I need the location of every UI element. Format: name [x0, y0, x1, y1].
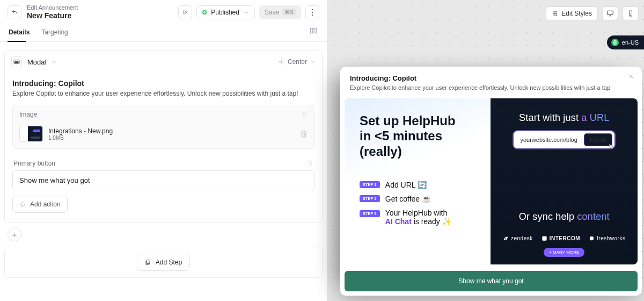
svg-point-23: [555, 11, 557, 12]
hero-right-subtitle: Or sync help content: [519, 211, 610, 223]
edit-styles-button[interactable]: Edit Styles: [546, 6, 598, 20]
layout-toggle-button[interactable]: [308, 25, 319, 37]
layout-columns-icon: [310, 27, 317, 34]
svg-point-20: [311, 164, 312, 166]
freshworks-icon: [589, 235, 595, 241]
mobile-preview-button[interactable]: [623, 6, 639, 20]
preview-cta-button[interactable]: Show me what you got: [345, 271, 638, 291]
add-block-button[interactable]: +: [8, 227, 21, 241]
desktop-preview-button[interactable]: [602, 6, 618, 20]
svg-rect-5: [314, 28, 316, 33]
block-align-label[interactable]: Center: [288, 58, 307, 66]
svg-rect-7: [15, 61, 18, 63]
import-button-mock: Import: [584, 133, 612, 146]
breadcrumb: Edit Announcement: [27, 4, 78, 11]
preview-desc: Explore Copilot to enhance your user exp…: [350, 84, 632, 91]
block-type-label[interactable]: Modal: [27, 58, 46, 66]
hero-step-3: STEP 3 Your HelpHub with AI Chat is read…: [360, 209, 482, 226]
svg-point-1: [312, 9, 313, 10]
svg-point-10: [305, 112, 306, 113]
add-action-button[interactable]: Add action: [12, 196, 68, 213]
logo-freshworks: freshworks: [589, 235, 625, 241]
locale-pill[interactable]: en-US: [607, 35, 644, 49]
add-step-card: Add Step: [4, 247, 323, 278]
pages-icon: [145, 259, 151, 266]
integration-logos: zendesk INTERCOM freshworks: [503, 235, 625, 241]
preview-modal: Introducing: Copilot Explore Copilot to …: [340, 67, 642, 296]
many-more-badge: + MANY MORE: [544, 248, 584, 257]
status-label: Published: [211, 9, 239, 16]
close-icon: [628, 73, 634, 80]
dots-vertical-icon: [311, 9, 313, 16]
primary-button-label: Primary button: [13, 160, 55, 167]
svg-point-15: [309, 161, 310, 162]
image-section: Image Integrations - New.png 1.0MB: [12, 105, 314, 149]
url-input-mock: yourwebsite.com/blog Import: [514, 131, 614, 148]
tab-details[interactable]: Details: [8, 23, 31, 41]
tabs: Details Targeting: [0, 23, 327, 42]
svg-point-31: [590, 236, 594, 240]
image-thumbnail: [19, 126, 43, 142]
undo-icon: [11, 9, 18, 16]
preview-play-button[interactable]: [178, 5, 192, 19]
status-dot-icon: [202, 10, 207, 15]
step-card: Modal Center Introducing: Copilot Explor…: [4, 51, 323, 223]
trash-icon: [300, 130, 308, 138]
hero-step-2: STEP 2 Get coffee ☕: [360, 195, 482, 203]
svg-point-11: [303, 114, 304, 115]
svg-point-2: [312, 11, 313, 13]
svg-rect-21: [147, 260, 150, 264]
add-step-button[interactable]: Add Step: [137, 254, 190, 271]
editor-header: Edit Announcement New Feature Published …: [0, 0, 327, 23]
svg-point-16: [311, 161, 312, 162]
back-button[interactable]: [8, 5, 21, 19]
primary-button-input[interactable]: [12, 170, 314, 190]
block-subtitle: Explore Copilot to enhance your user exp…: [12, 90, 314, 97]
logo-intercom: INTERCOM: [541, 235, 580, 241]
svg-point-24: [554, 13, 555, 14]
svg-rect-30: [542, 236, 546, 240]
svg-point-28: [631, 15, 631, 16]
svg-marker-0: [184, 10, 187, 14]
hero-headline: Set up HelpHub in <5 minutes (really): [360, 113, 482, 159]
svg-point-3: [312, 14, 313, 16]
logo-zendesk: zendesk: [503, 235, 533, 241]
preview-canvas: Edit Styles en-US Introducing: Copilot E…: [327, 0, 644, 301]
align-center-icon: [278, 59, 284, 65]
tab-targeting[interactable]: Targeting: [40, 23, 69, 41]
canvas-toolbar: Edit Styles: [546, 6, 639, 20]
primary-button-section: Primary button Add action: [12, 154, 314, 215]
drag-handle-icon[interactable]: [307, 160, 313, 167]
sliders-icon: [552, 10, 558, 17]
modal-type-icon: [11, 56, 22, 67]
more-button[interactable]: [305, 5, 319, 19]
intercom-icon: [541, 235, 547, 241]
editor-panel: Edit Announcement New Feature Published …: [0, 0, 327, 301]
svg-point-19: [309, 164, 310, 166]
save-kbd: ⌘S: [282, 9, 296, 16]
play-icon: [182, 10, 188, 15]
svg-rect-26: [608, 11, 613, 15]
hero-right-title: Start with just a URL: [519, 112, 609, 124]
monitor-icon: [606, 10, 614, 17]
page-title: New Feature: [27, 11, 78, 20]
chevron-down-icon: [244, 10, 249, 15]
zendesk-icon: [503, 235, 509, 241]
sparkle-icon: [19, 201, 26, 207]
hero-step-1: STEP 1 Add URL 🔄: [360, 181, 482, 189]
url-placeholder: yourwebsite.com/blog: [520, 137, 577, 143]
status-pill[interactable]: Published: [196, 5, 255, 19]
delete-image-button[interactable]: [300, 130, 308, 138]
preview-hero-image: Set up HelpHub in <5 minutes (really) ST…: [345, 98, 638, 264]
hero-steps: STEP 1 Add URL 🔄 STEP 2 Get coffee ☕ STE…: [360, 181, 482, 226]
drag-handle-icon[interactable]: [301, 111, 308, 118]
svg-rect-4: [311, 28, 313, 33]
cursor-icon: [608, 142, 615, 151]
chevron-down-icon: [52, 59, 57, 64]
svg-point-13: [303, 116, 304, 117]
editor-body: Modal Center Introducing: Copilot Explor…: [0, 42, 327, 283]
svg-point-9: [303, 112, 304, 113]
svg-point-12: [305, 114, 306, 115]
close-button[interactable]: [628, 73, 634, 80]
svg-rect-22: [146, 261, 149, 265]
